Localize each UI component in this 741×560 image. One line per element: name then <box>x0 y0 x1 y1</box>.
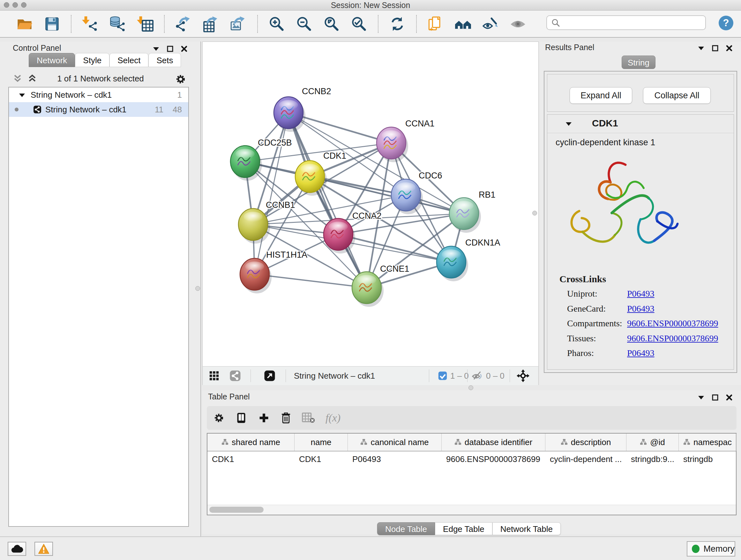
column-header--id[interactable]: @id <box>626 434 679 451</box>
window-zoom-button[interactable] <box>21 2 26 8</box>
memory-button[interactable]: Memory <box>687 541 735 557</box>
zoom-in-button[interactable] <box>268 15 286 33</box>
results-panel-title: Results Panel <box>545 43 594 52</box>
table-cell[interactable]: P06493 <box>348 451 442 467</box>
table-options-gear-icon[interactable] <box>213 412 225 424</box>
zoom-out-button[interactable] <box>295 15 313 33</box>
toolbar-separator <box>257 15 258 33</box>
node-label-CDC25B: CDC25B <box>258 138 292 147</box>
open-in-window-icon[interactable] <box>264 370 275 381</box>
column-header-namespac[interactable]: namespac <box>679 434 737 451</box>
tab-select[interactable]: Select <box>110 53 148 67</box>
crosslink-row: Compartments:9606.ENSP00000378699 <box>567 318 727 333</box>
node-label-RB1: RB1 <box>479 190 495 199</box>
visibility-button[interactable] <box>482 15 499 33</box>
network-canvas[interactable]: CCNB2CCNA1CDC25BCDK1CDC6RB1CCNB1CCNA2CDK… <box>203 42 538 366</box>
network-options-gear-icon[interactable] <box>175 73 186 85</box>
refresh-button[interactable] <box>388 15 406 33</box>
left-splitter-handle[interactable] <box>195 286 200 291</box>
crosslink-link[interactable]: P06493 <box>627 348 655 358</box>
tab-edge-table[interactable]: Edge Table <box>435 522 492 535</box>
export-network-button[interactable] <box>175 15 192 33</box>
collection-expand-icon[interactable] <box>18 92 25 98</box>
gene-section-header[interactable]: CDK1 <box>547 115 734 133</box>
crosslink-link[interactable]: P06493 <box>627 289 655 299</box>
column-header-shared-name[interactable]: shared name <box>207 434 294 451</box>
pan-mode-icon[interactable] <box>517 369 529 382</box>
network-collection-row[interactable]: String Network – cdk1 1 <box>9 87 188 102</box>
grid-mode-icon[interactable] <box>209 371 219 381</box>
table-cell[interactable]: 9606.ENSP00000378699 <box>442 451 545 467</box>
gene-collapse-icon[interactable] <box>565 121 572 127</box>
import-database-button[interactable] <box>109 15 127 33</box>
gene-description: cyclin-dependent kinase 1 <box>556 138 655 147</box>
crosslink-link[interactable]: 9606.ENSP00000378699 <box>627 318 718 328</box>
panel-menu-icon[interactable] <box>697 45 704 51</box>
node-gloss <box>279 100 298 110</box>
panel-float-icon[interactable] <box>712 394 719 401</box>
column-header-canonical-name[interactable]: canonical name <box>348 434 442 451</box>
node-gloss <box>382 130 401 140</box>
cloud-status-button[interactable] <box>8 542 26 556</box>
zoom-fit-button[interactable] <box>323 15 340 33</box>
open-session-button[interactable] <box>16 15 33 33</box>
column-header-name[interactable]: name <box>294 434 348 451</box>
panel-close-icon[interactable] <box>726 394 733 401</box>
export-table-button[interactable] <box>202 15 220 33</box>
panel-close-icon[interactable] <box>181 45 188 52</box>
save-session-button[interactable] <box>43 15 61 33</box>
network-edge-count: 48 <box>173 102 182 117</box>
zoom-selected-button[interactable] <box>350 15 368 33</box>
edge-CCNA2-CDKN1A[interactable] <box>338 234 451 262</box>
node-label-HIST1H1A: HIST1H1A <box>266 250 307 260</box>
crosslink-link[interactable]: 9606.ENSP00000378699 <box>627 333 718 344</box>
selected-checkbox-icon[interactable] <box>438 371 447 380</box>
node-label-CCNB1: CCNB1 <box>266 200 295 210</box>
tab-sets[interactable]: Sets <box>148 53 181 67</box>
help-button[interactable]: ? <box>719 16 733 30</box>
import-network-button[interactable] <box>81 15 99 33</box>
duplicate-button[interactable] <box>427 15 445 33</box>
export-image-button[interactable] <box>229 15 247 33</box>
table-cell[interactable]: stringdb <box>679 451 737 467</box>
delete-column-icon[interactable] <box>280 412 292 424</box>
home-button[interactable] <box>454 15 472 33</box>
column-header-database-identifier[interactable]: database identifier <box>442 434 545 451</box>
panel-menu-icon[interactable] <box>152 46 159 52</box>
add-column-icon[interactable] <box>258 412 270 424</box>
crosslink-link[interactable]: P06493 <box>627 304 655 314</box>
import-table-button[interactable] <box>136 15 154 33</box>
network-view-panel: CCNB2CCNA1CDC25BCDK1CDC6RB1CCNB1CCNA2CDK… <box>202 42 539 385</box>
search-box[interactable] <box>546 15 706 30</box>
horizontal-splitter-handle[interactable] <box>468 385 473 390</box>
column-header-description[interactable]: description <box>545 434 626 451</box>
table-row[interactable]: CDK1CDK1P064939606.ENSP00000378699cyclin… <box>207 451 736 467</box>
show-columns-icon[interactable] <box>235 412 248 424</box>
panel-close-icon[interactable] <box>726 45 733 52</box>
warnings-button[interactable] <box>35 542 53 556</box>
edge-CCNB2-CCNE1[interactable] <box>288 113 367 288</box>
tab-node-table[interactable]: Node Table <box>377 522 435 535</box>
tab-network[interactable]: Network <box>29 53 75 67</box>
tab-network-table[interactable]: Network Table <box>492 522 561 535</box>
string-app-icon[interactable] <box>229 370 241 381</box>
network-row[interactable]: String Network – cdk1 11 48 <box>9 102 188 117</box>
expand-all-button[interactable]: Expand All <box>569 87 632 104</box>
preview-button[interactable] <box>509 15 527 33</box>
search-input[interactable] <box>563 17 705 28</box>
panel-float-icon[interactable] <box>166 45 174 52</box>
table-cell[interactable]: stringdb:9... <box>626 451 679 467</box>
window-minimize-button[interactable] <box>12 2 18 8</box>
tab-style[interactable]: Style <box>75 53 110 67</box>
scrollbar-thumb[interactable] <box>209 507 264 513</box>
table-cell[interactable]: CDK1 <box>294 451 348 467</box>
table-cell[interactable]: cyclin-dependent ... <box>545 451 626 467</box>
table-cell[interactable]: CDK1 <box>207 451 294 467</box>
window-close-button[interactable] <box>4 2 9 8</box>
panel-menu-icon[interactable] <box>697 395 704 400</box>
panel-float-icon[interactable] <box>712 45 719 52</box>
hidden-items-icon[interactable] <box>471 370 483 381</box>
collapse-all-button[interactable]: Collapse All <box>643 87 711 104</box>
right-splitter-handle[interactable] <box>532 211 537 215</box>
tab-string[interactable]: String <box>622 56 656 69</box>
